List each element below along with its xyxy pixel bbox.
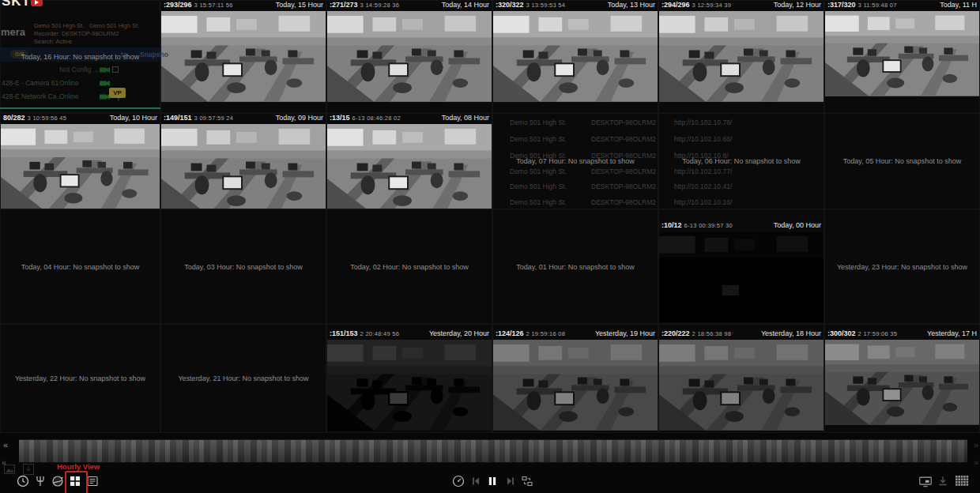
camera-name: 428-E - Camera 61 bbox=[2, 79, 58, 87]
camera-status: Online bbox=[59, 79, 79, 87]
no-snapshot-text: Today, 02 Hour: No snapshot to show bbox=[350, 263, 468, 271]
ghost-image-icon bbox=[4, 465, 15, 474]
next-frame-icon[interactable] bbox=[503, 474, 518, 488]
timeline-filmstrip[interactable] bbox=[19, 439, 967, 463]
hour-cell-08[interactable]: :13/15 6-13 08:46:28 02 Today, 08 Hour bbox=[326, 113, 492, 209]
snapshot-thumbnail[interactable] bbox=[1, 124, 160, 209]
hour-cell-y23[interactable]: Yesterday, 23 Hour: No snapshot to show bbox=[824, 209, 980, 324]
site-name-2: Demo 501 High St. bbox=[89, 22, 139, 30]
hour-label: Today, 10 Hour bbox=[110, 114, 157, 122]
hour-cell-11[interactable]: :317/320 3 11:59:48 07 Today, 11 H bbox=[824, 0, 980, 113]
cell-header: :124/126 2 19:59:16 08 Yesterday, 19 Hou… bbox=[493, 329, 658, 340]
camera-status: Online bbox=[59, 92, 79, 100]
snapshot-count: :10/12 bbox=[662, 221, 682, 229]
hour-cell-13[interactable]: :320/322 3 13:59:53 54 Today, 13 Hour bbox=[492, 0, 658, 113]
monitor-icon[interactable] bbox=[918, 475, 933, 489]
hour-cell-00[interactable]: :10/12 6-13 00:39:57 30 Today, 00 Hour bbox=[658, 209, 824, 324]
thumbnail-grid-icon[interactable] bbox=[955, 474, 969, 488]
camera-row[interactable]: Not Config ... bbox=[0, 63, 160, 77]
no-snapshot-text: Today, 03 Hour: No snapshot to show bbox=[184, 263, 302, 271]
no-snapshot-text: Today, 05 Hour: No snapshot to show bbox=[843, 157, 961, 165]
download-icon[interactable] bbox=[936, 474, 950, 488]
cell-header: :151/153 2 20:48:49 56 Yesterday, 20 Hou… bbox=[327, 329, 492, 340]
hour-cell-03[interactable]: Today, 03 Hour: No snapshot to show bbox=[160, 209, 326, 324]
search-status: Search: Active bbox=[34, 38, 119, 46]
hour-cell-15[interactable]: :293/296 3 15:57:11 56 Today, 15 Hour bbox=[160, 0, 326, 113]
cell-header: :317/320 3 11:59:48 07 Today, 11 H bbox=[825, 1, 979, 11]
panel-title: mera bbox=[1, 26, 25, 38]
timeline-scroll-right-icon[interactable]: » bbox=[974, 441, 978, 450]
snapshot-count: :293/296 bbox=[164, 1, 192, 9]
pause-icon[interactable] bbox=[485, 474, 499, 488]
snapshot-time: 2 17:59:06 35 bbox=[858, 330, 898, 337]
vp-badge: VP bbox=[109, 88, 126, 98]
hour-cell-01[interactable]: Today, 01 Hour: No snapshot to show bbox=[492, 209, 658, 324]
snapshot-thumbnail[interactable] bbox=[327, 124, 492, 209]
snapshot-time: 3 13:59:53 54 bbox=[526, 2, 566, 9]
hour-cell-02[interactable]: Today, 02 Hour: No snapshot to show bbox=[326, 209, 492, 324]
brand-logo: SKT bbox=[2, 0, 43, 9]
camera-name: 428-E Network Ca... bbox=[2, 92, 62, 100]
snapshot-count: :151/153 bbox=[330, 329, 358, 337]
snapshot-thumbnail[interactable] bbox=[161, 11, 326, 102]
highlight-annotation-box bbox=[65, 471, 88, 493]
hour-cell-04[interactable]: Today, 04 Hour: No snapshot to show bbox=[0, 209, 160, 324]
column-snapshot: Snapsho bbox=[140, 51, 168, 58]
cell-header: :149/151 3 09:57:59 24 Today, 09 Hour bbox=[161, 114, 326, 124]
hour-cell-y17[interactable]: :300/302 2 17:59:06 35 Yesterday, 17 H bbox=[824, 324, 980, 433]
clock-icon[interactable] bbox=[16, 474, 30, 488]
cell-header: :293/296 3 15:57:11 56 Today, 15 Hour bbox=[161, 1, 326, 11]
cell-header: :13/15 6-13 08:46:28 02 Today, 08 Hour bbox=[327, 114, 492, 124]
hour-cell-05[interactable]: Today, 05 Hour: No snapshot to show bbox=[824, 113, 980, 209]
no-snapshot-text: Today, 07 Hour: No snapshot to show bbox=[516, 157, 634, 165]
snapshot-time: 6-13 08:46:28 02 bbox=[352, 115, 401, 122]
previous-frame-icon[interactable] bbox=[469, 474, 483, 488]
hour-cell-09[interactable]: :149/151 3 09:57:59 24 Today, 09 Hour bbox=[160, 113, 326, 209]
speed-gauge-icon[interactable] bbox=[451, 474, 466, 488]
snapshot-thumbnail[interactable] bbox=[327, 340, 492, 431]
snapshot-thumbnail[interactable] bbox=[659, 231, 824, 322]
hour-label: Yesterday, 19 Hour bbox=[595, 329, 655, 337]
cell-header: 80/282 3 10:59:56 45 Today, 10 Hour bbox=[1, 114, 160, 124]
hour-cell-y22[interactable]: Yesterday, 22 Hour: No snapshot to show bbox=[0, 324, 160, 433]
snapshot-time: 3 09:57:59 24 bbox=[194, 115, 234, 122]
trident-icon[interactable] bbox=[33, 474, 47, 488]
hour-cell-14[interactable]: :271/273 3 14:59:28 36 Today, 14 Hour bbox=[326, 0, 492, 113]
globe-icon[interactable] bbox=[51, 474, 65, 488]
recorder-name: Recorder: DESKTOP-98OLRM2 bbox=[34, 30, 119, 38]
snapshot-thumbnail[interactable] bbox=[493, 11, 658, 102]
camera-row[interactable]: 428-E - Camera 61 Online bbox=[0, 77, 160, 90]
camera-row[interactable]: 428-E Network Ca... Online bbox=[0, 90, 160, 103]
hour-cell-06[interactable]: Today, 06 Hour: No snapshot to show bbox=[658, 113, 824, 209]
hour-cell-12[interactable]: :294/296 3 12:59:34 39 Today, 12 Hour bbox=[658, 0, 824, 113]
snapshot-count: 80/282 bbox=[3, 114, 25, 122]
timeline-scroll-left-icon[interactable]: « bbox=[3, 441, 8, 450]
play-badge-icon bbox=[31, 0, 43, 6]
snapshot-thumbnail[interactable] bbox=[161, 124, 326, 209]
timeline-jump-end-icon[interactable]: » bbox=[974, 458, 978, 467]
hour-cell-y18[interactable]: :220/222 2 18:56:38 98 Yesterday, 18 Hou… bbox=[658, 324, 824, 433]
hour-cell-10[interactable]: 80/282 3 10:59:56 45 Today, 10 Hour bbox=[0, 113, 160, 209]
hour-label: Today, 08 Hour bbox=[442, 114, 489, 122]
snapshot-thumbnail[interactable] bbox=[825, 11, 979, 96]
snapshot-thumbnail[interactable] bbox=[659, 11, 824, 102]
hour-cell-y21[interactable]: Yesterday, 21 Hour: No snapshot to show bbox=[160, 324, 326, 433]
no-snapshot-text: Today, 01 Hour: No snapshot to show bbox=[516, 263, 634, 271]
snapshot-thumbnail[interactable] bbox=[493, 340, 658, 431]
snapshot-thumbnail[interactable] bbox=[825, 340, 979, 425]
snapshot-count: :271/273 bbox=[330, 1, 358, 9]
hour-label: Today, 12 Hour bbox=[774, 1, 821, 9]
boxes-swap-icon[interactable] bbox=[520, 474, 534, 488]
snapshot-time: 2 19:59:16 08 bbox=[526, 330, 566, 337]
snapshot-count: :320/322 bbox=[496, 1, 524, 9]
snapshot-time: 3 15:57:11 56 bbox=[194, 2, 233, 9]
hour-cell-07[interactable]: Today, 07 Hour: No snapshot to show bbox=[492, 113, 658, 209]
snapshot-thumbnail[interactable] bbox=[327, 11, 492, 102]
snapshot-count: :317/320 bbox=[827, 1, 856, 9]
hour-cell-y19[interactable]: :124/126 2 19:59:16 08 Yesterday, 19 Hou… bbox=[492, 324, 658, 433]
snapshot-time: 3 14:59:28 36 bbox=[360, 2, 400, 9]
hour-label: Yesterday, 18 Hour bbox=[761, 329, 821, 337]
hour-cell-y20[interactable]: :151/153 2 20:48:49 56 Yesterday, 20 Hou… bbox=[326, 324, 492, 433]
snapshot-thumbnail[interactable] bbox=[659, 340, 824, 431]
snapshot-count: :124/126 bbox=[496, 329, 524, 337]
